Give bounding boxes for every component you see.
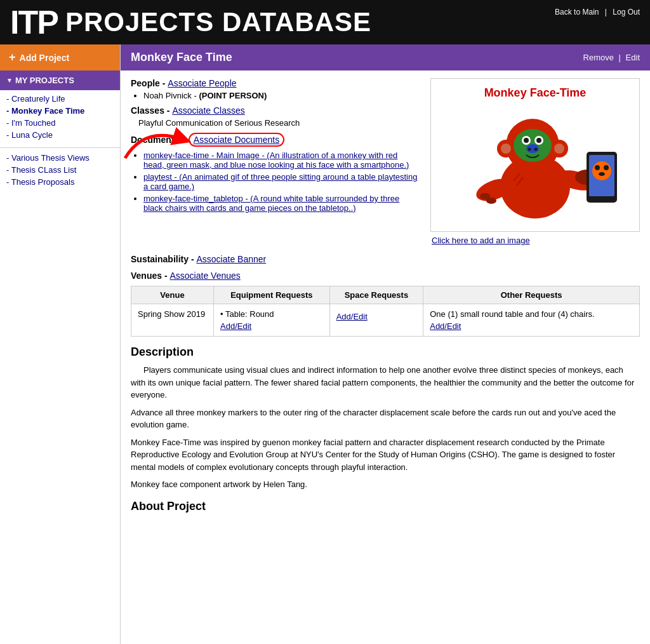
space-add-edit-link[interactable]: Add/Edit [336,312,417,321]
description-heading: Description [131,345,640,359]
project-top: People - Associate People Noah Pivnick -… [131,78,640,245]
associate-documents-link[interactable]: Associate Documents [194,135,279,145]
class-name: Playful Communication of Serious Researc… [138,118,420,128]
triangle-icon: ▼ [6,77,13,84]
description-p1: Players communicate using visual clues a… [131,364,640,401]
people-list: Noah Pivnick - (POINT PERSON) [143,91,420,100]
equipment-add-edit-link[interactable]: Add/Edit [220,321,323,331]
other-col-header: Other Requests [423,286,640,304]
svg-point-12 [599,172,605,176]
assoc-docs-wrapper: Associate Documents [189,133,284,147]
svg-point-27 [486,198,496,204]
doc-link-2[interactable]: playtest - (An animated gif of three peo… [143,172,417,191]
description-p3: Monkey Face-Time was inspired by guenon … [131,436,640,474]
header: ITP PROJECTS DATABASE Back to Main | Log… [0,0,650,44]
venue-cell: Spring Show 2019 [131,304,214,337]
venues-label: Venues - Associate Venues [131,271,640,281]
svg-point-11 [604,165,609,170]
nav-sep: | [605,8,607,17]
remove-link[interactable]: Remove [583,53,614,62]
person-name: Noah Pivnick [143,91,192,100]
sustainability-label: Sustainability - Associate Banner [131,254,640,264]
project-links: - Creaturely Life - Monkey Face Time - I… [0,90,120,144]
svg-point-15 [501,144,511,154]
svg-point-10 [595,165,600,170]
classes-section-label: Classes - Associate Classes [131,105,420,116]
plus-icon: + [9,51,16,64]
sidebar-item-luna-cycle[interactable]: - Luna Cycle [0,129,120,141]
add-project-button[interactable]: + Add Project [0,44,120,70]
doc-link-1[interactable]: monkey-face-time - Main Image - (An illu… [143,151,409,170]
back-to-main-link[interactable]: Back to Main [555,8,599,17]
space-col-header: Space Requests [329,286,423,304]
equipment-value: • Table: Round [220,309,274,319]
person-role: (POINT PERSON) [199,91,267,100]
about-heading: About Project [131,500,640,513]
other-value: One (1) small round table and four (4) c… [430,309,594,319]
project-actions: Remove | Edit [583,53,640,62]
monkey-face-time-image: Monkey Face-Time [431,79,639,231]
logout-link[interactable]: Log Out [613,8,640,17]
project-body: People - Associate People Noah Pivnick -… [121,70,650,526]
associate-people-link[interactable]: Associate People [168,78,236,88]
space-cell: Add/Edit [329,304,423,337]
svg-point-17 [554,144,564,154]
list-item: playtest - (An animated gif of three peo… [143,172,420,191]
equipment-cell: • Table: Round Add/Edit [214,304,330,337]
description-section: Description Players communicate using vi… [131,345,640,491]
sidebar-item-various-thesis-views[interactable]: - Various Thesis Views [0,152,120,164]
sidebar-divider [0,147,120,148]
table-row: Spring Show 2019 • Table: Round Add/Edit… [131,304,640,337]
add-project-label: Add Project [20,53,70,63]
site-title: PROJECTS DATABASE [65,7,371,37]
associate-venues-link[interactable]: Associate Venues [169,271,240,281]
associate-classes-link[interactable]: Associate Classes [172,105,244,116]
my-projects-section: ▼ MY PROJECTS [0,70,120,90]
sidebar-item-im-touched[interactable]: - I'm Touched [0,117,120,129]
list-item: Noah Pivnick - (POINT PERSON) [143,91,420,100]
associate-docs-circle: Associate Documents [189,133,284,147]
venues-table: Venue Equipment Requests Space Requests … [131,286,640,337]
sidebar-item-thesis-class-list[interactable]: - Thesis CLass List [0,164,120,176]
project-image-box: Monkey Face-Time [430,78,640,232]
logo: ITP [10,6,58,39]
layout: + Add Project ▼ MY PROJECTS - Creaturely… [0,44,650,644]
description-p2: Advance all three monkey markers to the … [131,406,640,431]
doc-link-3[interactable]: monkey-face-time_tabletop - (A round whi… [143,194,399,213]
click-add-image-link[interactable]: Click here to add an image [430,236,640,245]
actions-sep: | [619,53,621,62]
svg-point-9 [592,161,611,180]
sidebar: + Add Project ▼ MY PROJECTS - Creaturely… [0,44,121,644]
svg-text:Monkey Face-Time: Monkey Face-Time [484,86,587,99]
thesis-links: - Various Thesis Views - Thesis CLass Li… [0,152,120,188]
venues-section: Venues - Associate Venues Venue Equipmen… [131,271,640,337]
svg-point-25 [534,148,538,151]
svg-point-24 [528,148,531,151]
sustainability-section: Sustainability - Associate Banner [131,254,640,264]
project-left: People - Associate People Noah Pivnick -… [131,78,420,245]
sidebar-item-creaturely-life[interactable]: - Creaturely Life [0,93,120,105]
description-p4: Monkey face component artwork by Helen T… [131,478,640,491]
venues-table-header-row: Venue Equipment Requests Space Requests … [131,286,640,304]
main-content: Monkey Face Time Remove | Edit People - … [121,44,650,644]
project-right: Monkey Face-Time [430,78,640,245]
other-cell: One (1) small round table and four (4) c… [423,304,640,337]
documents-list: monkey-face-time - Main Image - (An illu… [143,151,420,213]
equipment-col-header: Equipment Requests [214,286,330,304]
people-section-label: People - Associate People [131,78,420,88]
associate-banner-link[interactable]: Associate Banner [196,254,266,264]
project-header: Monkey Face Time Remove | Edit [121,44,650,70]
project-title: Monkey Face Time [131,51,232,64]
header-nav: Back to Main | Log Out [555,8,640,17]
other-add-edit-link[interactable]: Add/Edit [430,321,633,331]
list-item: monkey-face-time - Main Image - (An illu… [143,151,420,170]
documents-section-label: Documents - Associate Documents [131,133,420,147]
svg-point-22 [536,138,541,143]
edit-link[interactable]: Edit [626,53,640,62]
venue-col-header: Venue [131,286,214,304]
my-projects-label: MY PROJECTS [15,76,74,85]
svg-point-21 [524,138,529,143]
sidebar-item-thesis-proposals[interactable]: - Thesis Proposals [0,176,120,188]
about-section: About Project [131,500,640,513]
sidebar-item-monkey-face-time[interactable]: - Monkey Face Time [0,105,120,117]
